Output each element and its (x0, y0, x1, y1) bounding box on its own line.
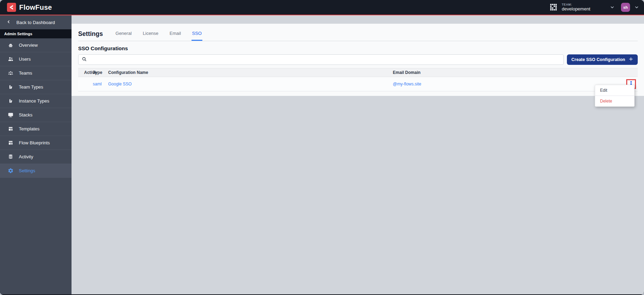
team-name: developement (562, 7, 590, 12)
sidebar-item-stacks[interactable]: Stacks (0, 108, 72, 122)
column-header-email-domain: Email Domain (393, 70, 620, 75)
tab-general[interactable]: General (115, 29, 132, 41)
sidebar-filler (0, 178, 72, 294)
gear-icon (8, 168, 14, 174)
sidebar-item-users[interactable]: Users (0, 52, 72, 66)
team-chevron-down-icon[interactable] (610, 5, 615, 10)
sidebar-item-overview[interactable]: Overview (0, 38, 72, 52)
sidebar-item-templates[interactable]: Templates (0, 122, 72, 136)
column-header-configuration-name: Configuration Name (108, 70, 393, 75)
team-identicon (549, 3, 558, 12)
flowfuse-logo[interactable]: FlowFuse (7, 3, 52, 12)
teams-icon (8, 70, 14, 76)
page-title: Settings (78, 30, 103, 41)
context-menu-delete[interactable]: Delete (595, 96, 634, 106)
cell-email-domain[interactable]: @my-flows.site (393, 82, 620, 86)
search-input[interactable] (89, 57, 560, 62)
back-label: Back to Dashboard (16, 20, 55, 25)
team-types-icon (8, 84, 14, 90)
tab-email[interactable]: Email (169, 29, 182, 41)
avatar[interactable]: sh (621, 3, 630, 12)
tab-sso[interactable]: SSO (192, 29, 202, 41)
chevron-left-icon (6, 20, 11, 25)
sso-configurations-title: SSO Configurations (78, 45, 638, 51)
stacks-icon (8, 112, 14, 118)
overview-icon (8, 42, 14, 48)
sidebar-item-instance-types[interactable]: Instance Types (0, 94, 72, 108)
column-header-type: Type (93, 70, 108, 75)
brand-name: FlowFuse (19, 3, 52, 12)
tab-license[interactable]: License (142, 29, 159, 41)
table-row[interactable]: saml Google SSO @my-flows.site (78, 77, 638, 91)
templates-icon (8, 126, 14, 132)
user-menu[interactable]: sh (621, 3, 639, 12)
create-sso-configuration-button[interactable]: Create SSO Configuration (567, 54, 638, 65)
row-context-menu: Edit Delete (595, 85, 635, 107)
sidebar-item-settings[interactable]: Settings (0, 164, 72, 178)
users-icon (8, 56, 14, 62)
instance-types-icon (8, 98, 14, 104)
activity-icon (8, 154, 14, 160)
table-header-row: Active Type Configuration Name Email Dom… (78, 68, 638, 77)
admin-settings-section-header: Admin Settings (0, 29, 72, 38)
main-top-gap (72, 15, 644, 24)
user-chevron-down-icon[interactable] (634, 5, 639, 10)
team-selector[interactable]: TEAM: developement (549, 3, 615, 12)
sidebar-item-teams[interactable]: Teams (0, 66, 72, 80)
cell-configuration-name[interactable]: Google SSO (108, 82, 393, 86)
cell-type[interactable]: saml (93, 82, 108, 86)
back-to-dashboard[interactable]: Back to Dashboard (0, 15, 72, 29)
flow-blueprints-icon (8, 140, 14, 146)
admin-sidebar: Back to Dashboard Admin Settings Overvie… (0, 15, 72, 294)
sso-configurations-table: Active Type Configuration Name Email Dom… (78, 68, 638, 91)
settings-panel: Settings General License Email SSO SSO C… (72, 24, 644, 96)
search-box[interactable] (78, 54, 564, 65)
app-window: FlowFuse TEAM: developement (0, 0, 644, 295)
context-menu-edit[interactable]: Edit (595, 85, 634, 96)
plus-icon (629, 57, 633, 62)
flowfuse-logo-icon (7, 3, 16, 12)
sidebar-item-flow-blueprints[interactable]: Flow Blueprints (0, 136, 72, 150)
column-header-active: Active (78, 70, 93, 75)
sso-toolbar: Create SSO Configuration (78, 54, 638, 65)
settings-header: Settings General License Email SSO (78, 29, 638, 41)
search-icon (82, 56, 87, 63)
top-navbar: FlowFuse TEAM: developement (0, 0, 644, 15)
sidebar-item-team-types[interactable]: Team Types (0, 80, 72, 94)
settings-tabs: General License Email SSO (115, 29, 202, 41)
main-content: Settings General License Email SSO SSO C… (72, 15, 644, 294)
sidebar-item-activity[interactable]: Activity (0, 150, 72, 164)
